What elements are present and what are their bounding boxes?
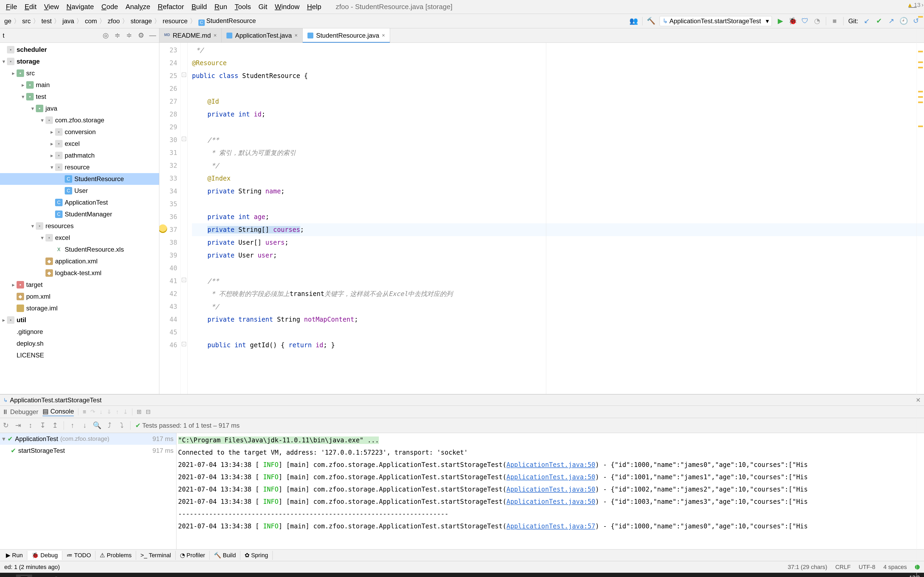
tree-row[interactable]: ▾▪java <box>0 103 159 114</box>
build-hammer-icon[interactable]: 🔨 <box>647 18 655 25</box>
code-line[interactable]: /** <box>192 275 924 287</box>
console-line[interactable]: ----------------------------------------… <box>178 508 922 520</box>
tree-toggle-icon[interactable]: ▸ <box>11 70 16 76</box>
view-breakpoints-icon[interactable]: ⊞ <box>137 408 141 415</box>
tree-row[interactable]: XStudentResource.xls <box>0 243 159 255</box>
code-line[interactable] <box>192 82 924 95</box>
console-output[interactable]: "C:\Program Files\Java\jdk-11.0.11\bin\j… <box>176 433 924 549</box>
tree-toggle-icon[interactable]: ▸ <box>1 317 6 323</box>
tree-row[interactable]: ▸▪excel <box>0 138 159 150</box>
menu-item-edit[interactable]: Edit <box>21 2 40 12</box>
project-tree[interactable]: ▪scheduler▾▪storage▸▪src▸▪main▾▪test▾▪ja… <box>0 43 159 394</box>
code-line[interactable]: private int age; <box>192 211 924 223</box>
code-line[interactable]: @Index <box>192 172 924 185</box>
tree-toggle-icon[interactable]: ▸ <box>49 152 55 159</box>
code-line[interactable]: */ <box>192 44 924 56</box>
breadcrumb-item[interactable]: CStudentResource <box>197 16 257 26</box>
code-line[interactable]: @Id <box>192 95 924 108</box>
expand-icon[interactable]: ↧ <box>39 422 47 429</box>
run-to-cursor-icon[interactable]: ⤓ <box>123 408 128 415</box>
mute-breakpoints-icon[interactable]: ⊟ <box>146 408 150 415</box>
menu-item-window[interactable]: Window <box>271 2 303 12</box>
tree-row[interactable]: CUser <box>0 185 159 197</box>
stripe-mark[interactable] <box>918 102 923 103</box>
code-line[interactable]: */ <box>192 300 924 313</box>
collapse-all-icon[interactable]: ≑ <box>125 32 133 39</box>
test-class-row[interactable]: ▾ ✔ ApplicationTest (com.zfoo.storage) 9… <box>0 433 176 445</box>
toggle-breakpoints-icon[interactable]: ≡ <box>82 408 86 415</box>
tree-row[interactable]: ▸▪src <box>0 67 159 79</box>
menu-item-help[interactable]: Help <box>303 2 325 12</box>
step-over-icon[interactable]: ↷ <box>90 408 95 415</box>
tree-row[interactable]: ▸▪target <box>0 279 159 291</box>
editor-tab[interactable]: StudentResource.java× <box>303 28 390 42</box>
menu-item-code[interactable]: Code <box>98 2 122 12</box>
tree-row[interactable]: CApplicationTest <box>0 197 159 208</box>
excel-app[interactable]: X <box>64 575 80 577</box>
bottom-tab-todo[interactable]: ≔TODO <box>62 551 95 560</box>
explorer-app[interactable] <box>0 575 16 577</box>
project-view-selector[interactable]: t <box>3 32 5 39</box>
debugger-tab[interactable]: ⏸Debugger <box>2 408 38 416</box>
menu-item-build[interactable]: Build <box>188 2 211 12</box>
export-icon[interactable]: ⤴ <box>106 422 113 429</box>
tree-toggle-icon[interactable]: ▸ <box>49 140 55 147</box>
menu-item-refactor[interactable]: Refactor <box>154 2 188 12</box>
code-line[interactable]: public int getId() { return id; } <box>192 339 924 351</box>
tree-toggle-icon[interactable]: ▸ <box>11 282 16 288</box>
system-tray[interactable]: ˄ ☁ ⚙ ◉ 📶 🔊 中 13:3 2021/ <box>833 575 924 577</box>
tree-row[interactable]: ▪scheduler <box>0 44 159 56</box>
add-user-icon[interactable]: 👥 <box>630 18 637 25</box>
tree-row[interactable]: ◆logback-test.xml <box>0 267 159 279</box>
close-icon[interactable]: × <box>382 32 385 39</box>
tree-row[interactable]: storage.iml <box>0 302 159 314</box>
force-step-into-icon[interactable]: ⇓ <box>107 408 111 415</box>
stripe-mark[interactable] <box>918 61 923 63</box>
tree-row[interactable]: ▸▪conversion <box>0 126 159 138</box>
bottom-tab-run[interactable]: ▶Run <box>2 551 27 560</box>
menu-item-run[interactable]: Run <box>211 2 231 12</box>
stop-icon[interactable]: ■ <box>831 18 838 25</box>
bottom-tab-terminal[interactable]: >_Terminal <box>136 551 175 560</box>
tree-toggle-icon[interactable]: ▸ <box>49 129 55 135</box>
indent[interactable]: 4 spaces <box>884 564 907 571</box>
bottom-tab-debug[interactable]: 🐞Debug <box>27 551 62 560</box>
menu-item-view[interactable]: View <box>40 2 63 12</box>
tree-row[interactable]: ◆pom.xml <box>0 291 159 302</box>
chrome-app[interactable] <box>32 575 48 577</box>
bottom-tab-problems[interactable]: ⚠Problems <box>95 551 136 560</box>
import-icon[interactable]: ⤵ <box>118 422 125 429</box>
tree-row[interactable]: CStudentResource <box>0 173 159 185</box>
source-link[interactable]: ApplicationTest.java:50 <box>506 498 595 505</box>
select-opened-file-icon[interactable]: ◎ <box>102 32 109 39</box>
intellij-app[interactable] <box>16 575 32 577</box>
code-line[interactable]: */ <box>192 159 924 172</box>
code-line[interactable] <box>192 262 924 275</box>
run-configuration-selector[interactable]: ↳ ApplicationTest.startStorageTest ▾ <box>659 16 772 26</box>
code-line[interactable]: * 不想映射的字段必须加上transient关键字，这样就不会从Excel中去找… <box>192 287 924 300</box>
tree-row[interactable]: .gitignore <box>0 326 159 338</box>
next-icon[interactable]: ↓ <box>81 422 89 429</box>
tree-toggle-icon[interactable]: ▾ <box>30 105 35 112</box>
menu-item-file[interactable]: File <box>2 2 21 12</box>
tree-row[interactable]: ▾▪com.zfoo.storage <box>0 114 159 126</box>
collapse-icon[interactable]: ↥ <box>51 422 59 429</box>
bottom-tab-build[interactable]: 🔨Build <box>210 551 241 560</box>
code-line[interactable] <box>192 121 924 134</box>
code-line[interactable]: private String[] courses; <box>192 223 924 236</box>
breadcrumb-item[interactable]: storage <box>129 16 153 26</box>
breadcrumb-item[interactable]: java <box>61 16 76 26</box>
tree-row[interactable]: ▾▪resources <box>0 220 159 232</box>
run-icon[interactable]: ▶ <box>777 18 784 25</box>
tree-row[interactable]: ▾▪test <box>0 91 159 103</box>
tree-row[interactable]: ▾▪excel <box>0 232 159 243</box>
close-icon[interactable]: × <box>213 32 217 39</box>
tree-row[interactable]: ▸▪main <box>0 79 159 91</box>
encoding[interactable]: UTF-8 <box>859 564 876 571</box>
code-line[interactable]: private String name; <box>192 185 924 198</box>
tree-row[interactable]: CStudentManager <box>0 208 159 220</box>
breadcrumb-item[interactable]: zfoo <box>106 16 121 26</box>
tree-row[interactable]: ▸▪pathmatch <box>0 150 159 161</box>
editor-tab[interactable]: MDREADME.md× <box>159 28 221 42</box>
sort-icon[interactable]: ↕ <box>27 422 34 429</box>
